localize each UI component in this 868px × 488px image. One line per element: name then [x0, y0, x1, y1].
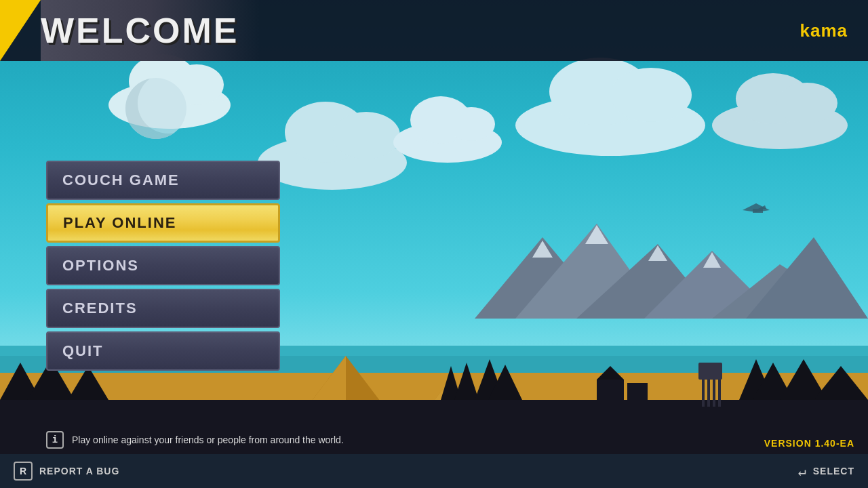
- header-title-container: WELCOME: [0, 0, 260, 61]
- page-title: WELCOME: [41, 10, 239, 51]
- report-bug-key-badge: R: [14, 462, 33, 481]
- aircraft-silhouette: [739, 200, 773, 225]
- svg-rect-27: [707, 380, 710, 407]
- svg-marker-36: [68, 366, 108, 400]
- select-label: SELECT: [813, 466, 854, 476]
- header-triangle-decoration: [0, 0, 41, 61]
- svg-rect-28: [713, 380, 715, 407]
- main-menu: COUCH GAME PLAY ONLINE OPTIONS CREDITS Q…: [46, 161, 280, 371]
- header-bar: WELCOME kama: [0, 0, 868, 61]
- moon-decoration: [125, 78, 186, 139]
- svg-rect-29: [718, 380, 721, 407]
- username-display: kama: [800, 20, 848, 41]
- options-button[interactable]: OPTIONS: [46, 246, 280, 285]
- bottom-bar: R REPORT A BUG ↵ SELECT: [0, 454, 868, 488]
- info-description: Play online against your friends or peop…: [72, 434, 344, 445]
- quit-button[interactable]: QUIT: [46, 331, 280, 371]
- version-display: VERSION 1.40-EA: [764, 438, 854, 449]
- svg-rect-25: [698, 363, 722, 380]
- svg-marker-19: [454, 363, 479, 400]
- svg-marker-23: [597, 366, 624, 380]
- info-bar: i Play online against your friends or pe…: [46, 431, 344, 449]
- svg-marker-33: [814, 366, 868, 400]
- cloud-2: [258, 136, 407, 190]
- play-online-button[interactable]: PLAY ONLINE: [46, 203, 280, 243]
- bottom-right-controls: ↵ SELECT: [798, 463, 854, 480]
- report-bug-label: REPORT A BUG: [39, 466, 119, 476]
- select-icon: ↵: [798, 463, 806, 480]
- bottom-left-controls: R REPORT A BUG: [14, 462, 119, 481]
- cloud-4: [393, 122, 502, 163]
- svg-rect-26: [702, 380, 705, 407]
- cloud-3: [515, 95, 705, 156]
- svg-rect-24: [627, 383, 648, 400]
- couch-game-button[interactable]: COUCH GAME: [46, 161, 280, 200]
- header-title-bg: WELCOME: [41, 0, 260, 61]
- credits-button[interactable]: CREDITS: [46, 289, 280, 328]
- cloud-5: [712, 102, 848, 149]
- info-icon: i: [46, 431, 64, 449]
- svg-rect-22: [597, 380, 624, 400]
- svg-rect-38: [753, 209, 763, 213]
